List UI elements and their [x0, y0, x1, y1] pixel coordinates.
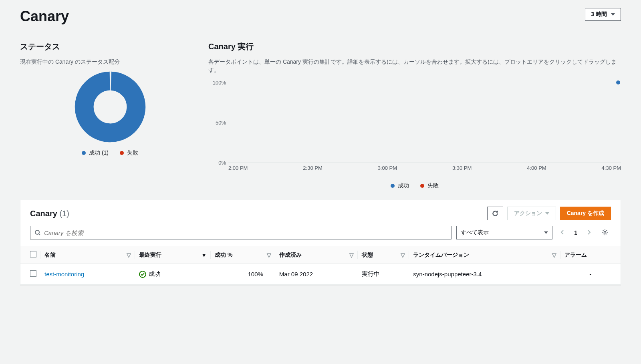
actions-label: アクション [514, 210, 542, 217]
list-title-text: Canary [30, 209, 57, 218]
caret-down-icon [611, 13, 615, 16]
dot-icon [120, 151, 124, 155]
col-last-run[interactable]: 最終実行▼ [135, 246, 211, 264]
canary-name-link[interactable]: test-monitoring [44, 271, 84, 278]
runtime-cell: syn-nodejs-puppeteer-3.4 [409, 264, 560, 285]
chevron-left-icon [560, 229, 564, 235]
x-tick: 4:30 PM [602, 165, 621, 171]
x-ticks: 2:00 PM 2:30 PM 3:00 PM 3:30 PM 4:00 PM … [228, 163, 621, 171]
chevron-right-icon [587, 229, 591, 235]
search-box[interactable] [30, 226, 452, 239]
status-panel: ステータス 現在実行中の Canary のステータス配分 成功 (1) 失敗 [20, 33, 200, 193]
alarm-cell: - [560, 264, 621, 285]
svg-point-1 [35, 230, 39, 234]
legend-fail-label: 失敗 [127, 149, 138, 157]
actions-button[interactable]: アクション [507, 207, 556, 220]
col-state[interactable]: 状態▽ [358, 246, 409, 264]
dot-icon [82, 151, 86, 155]
runs-panel: Canary 実行 各データポイントは、単一の Canary 実行の集計です。詳… [200, 33, 621, 193]
runs-panel-title: Canary 実行 [208, 41, 621, 52]
canary-table: 名前▽ 最終実行▼ 成功 %▽ 作成済み▽ 状態▽ ランタイムバージョン▽ アラ… [20, 246, 621, 285]
caret-down-icon [545, 212, 549, 215]
create-label: Canary を作成 [567, 210, 604, 217]
page-number: 1 [570, 229, 581, 236]
gear-icon [601, 229, 609, 236]
y-tick: 100% [208, 80, 226, 86]
table-row: test-monitoring 成功 100% Mar 09 2022 実行中 [20, 264, 621, 285]
x-tick: 4:00 PM [527, 165, 546, 171]
next-page-button[interactable] [584, 228, 594, 238]
state-cell: 実行中 [358, 264, 409, 285]
col-name[interactable]: 名前▽ [40, 246, 135, 264]
filter-select[interactable]: すべて表示 [456, 226, 552, 239]
select-all-checkbox[interactable] [30, 251, 36, 257]
sort-icon: ▽ [349, 252, 354, 258]
legend-fail[interactable]: 失敗 [420, 182, 439, 189]
search-icon [34, 229, 41, 236]
x-tick: 3:30 PM [452, 165, 472, 171]
status-panel-title: ステータス [20, 41, 200, 52]
x-tick: 3:00 PM [378, 165, 397, 171]
svg-point-0 [83, 80, 137, 134]
legend-fail-label: 失敗 [427, 182, 439, 189]
y-tick: 0% [208, 160, 226, 166]
legend-success[interactable]: 成功 (1) [82, 149, 109, 157]
data-point-success[interactable] [616, 80, 620, 84]
col-success-pct[interactable]: 成功 %▽ [211, 246, 275, 264]
sort-icon: ▽ [552, 252, 556, 258]
donut-legend: 成功 (1) 失敗 [82, 149, 138, 157]
last-run-status: 成功 [149, 270, 161, 278]
runs-chart[interactable]: 100% 50% 0% [228, 82, 621, 163]
refresh-icon [492, 210, 499, 217]
x-axis [228, 163, 621, 163]
status-donut-chart [74, 71, 146, 143]
row-checkbox[interactable] [30, 270, 36, 277]
settings-button[interactable] [599, 226, 611, 239]
legend-success-label: 成功 [398, 182, 409, 189]
time-range-select[interactable]: 3 時間 [585, 8, 621, 21]
canary-list-card: Canary (1) アクション Canary を作成 [20, 200, 621, 285]
prev-page-button[interactable] [557, 228, 568, 238]
svg-point-2 [604, 231, 606, 233]
sort-icon: ▽ [401, 252, 405, 258]
page-header: Canary 3 時間 [20, 8, 621, 33]
list-title: Canary (1) [30, 209, 69, 218]
legend-success-label: 成功 (1) [89, 149, 109, 157]
sort-icon: ▽ [267, 252, 271, 258]
dot-icon [391, 184, 395, 188]
sort-icon: ▽ [127, 252, 131, 258]
search-input[interactable] [41, 229, 447, 236]
col-runtime[interactable]: ランタイムバージョン▽ [409, 246, 560, 264]
x-tick: 2:00 PM [228, 165, 248, 171]
list-count: (1) [59, 209, 69, 218]
refresh-button[interactable] [487, 207, 503, 220]
x-tick: 2:30 PM [303, 165, 322, 171]
pagination: 1 [557, 228, 594, 238]
filter-select-label: すべて表示 [461, 229, 489, 236]
success-pct-cell: 100% [211, 264, 275, 285]
legend-fail[interactable]: 失敗 [120, 149, 138, 157]
created-cell: Mar 09 2022 [275, 264, 358, 285]
sort-desc-icon: ▼ [201, 252, 207, 258]
status-panel-description: 現在実行中の Canary のステータス配分 [20, 58, 200, 66]
success-status-icon [139, 271, 146, 278]
runs-panel-description: 各データポイントは、単一の Canary 実行の集計です。詳細を表示するには、カ… [208, 58, 621, 74]
page-title: Canary [20, 8, 69, 25]
col-alarm: アラーム [560, 246, 621, 264]
legend-success[interactable]: 成功 [391, 182, 409, 189]
caret-down-icon [544, 231, 548, 234]
y-tick: 50% [208, 120, 226, 126]
create-canary-button[interactable]: Canary を作成 [560, 207, 611, 220]
runs-chart-legend: 成功 失敗 [208, 182, 621, 189]
time-range-label: 3 時間 [591, 11, 607, 18]
dot-icon [420, 184, 424, 188]
col-created[interactable]: 作成済み▽ [275, 246, 358, 264]
